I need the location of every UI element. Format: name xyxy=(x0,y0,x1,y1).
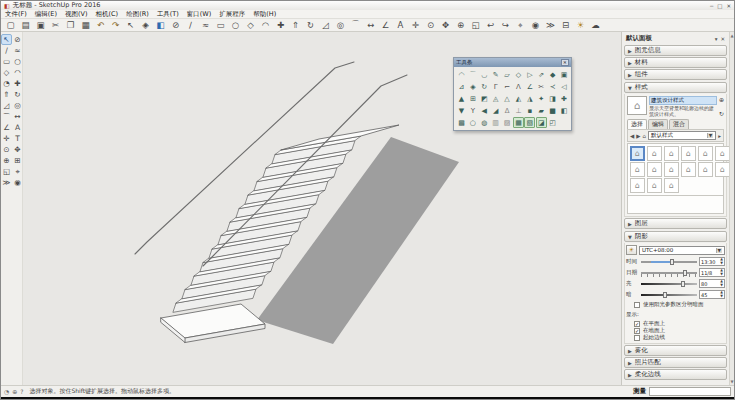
toolbar-icon[interactable]: ❐ xyxy=(63,19,78,31)
plugin-tool-icon[interactable]: Λ xyxy=(513,81,524,92)
tray-panel-bar-styles[interactable]: ▼ 样式 xyxy=(624,82,727,93)
close-icon[interactable]: ✕ xyxy=(561,59,569,66)
window-control-button[interactable]: □ xyxy=(717,3,722,9)
window-control-button[interactable]: ✕ xyxy=(726,3,731,9)
tool-icon[interactable]: ⌖ xyxy=(12,166,23,177)
tool-icon[interactable]: ◇ xyxy=(1,67,12,78)
tray-panel-bar[interactable]: ▶ 图层 xyxy=(624,218,727,229)
toolbar-icon[interactable]: ⇑ xyxy=(288,19,303,31)
plugin-panel-titlebar[interactable]: 工具条 ✕ xyxy=(454,58,571,67)
style-thumbnail[interactable]: ⌂ xyxy=(698,162,713,177)
details-arrow-icon[interactable]: ▸ xyxy=(718,133,721,139)
plugin-tool-icon[interactable]: ≺ xyxy=(547,81,558,92)
tool-icon[interactable]: ⊘ xyxy=(12,34,23,45)
tool-icon[interactable]: ✥ xyxy=(12,144,23,155)
style-thumbnail[interactable]: ⌂ xyxy=(647,178,662,193)
plugin-tool-icon[interactable]: ◬ xyxy=(490,93,501,104)
plugin-tool-icon[interactable]: ⌒ xyxy=(467,69,478,80)
tool-icon[interactable]: ✚ xyxy=(12,78,23,89)
tool-icon[interactable]: A xyxy=(12,122,23,133)
toolbar-icon[interactable]: ▢ xyxy=(3,19,18,31)
dark-slider[interactable] xyxy=(641,291,697,298)
toolbar-icon[interactable]: ☀ xyxy=(573,19,588,31)
plugin-tool-icon[interactable]: ◁ xyxy=(559,81,570,92)
plugin-tool-icon[interactable]: △ xyxy=(502,93,513,104)
tool-icon[interactable]: ✛ xyxy=(1,133,12,144)
styles-collection-dropdown[interactable]: 默认样式 ▼ xyxy=(648,131,716,140)
toolbar-icon[interactable]: ∕ xyxy=(183,19,198,31)
toolbar-icon[interactable]: ☁ xyxy=(588,19,603,31)
pin-icon[interactable]: ▾ xyxy=(715,36,718,42)
toolbar-icon[interactable]: ◿ xyxy=(318,19,333,31)
plugin-tool-icon[interactable]: ⊥ xyxy=(513,105,524,116)
plugin-tool-icon[interactable]: ◠ xyxy=(456,69,467,80)
plugin-tool-icon[interactable]: ✚ xyxy=(559,93,570,104)
toolbar-icon[interactable]: ⌖ xyxy=(513,19,528,31)
plugin-tool-icon[interactable]: ∆ xyxy=(502,105,513,116)
toolbar-icon[interactable]: ↔ xyxy=(363,19,378,31)
toolbar-icon[interactable]: ◧ xyxy=(153,19,168,31)
toolbar-icon[interactable]: ⊘ xyxy=(168,19,183,31)
light-value-box[interactable]: 80▲▼ xyxy=(699,279,725,288)
plugin-tool-icon[interactable]: ◩ xyxy=(479,93,490,104)
plugin-tool-icon[interactable]: Y xyxy=(467,105,478,116)
plugin-tool-icon[interactable]: ▼ xyxy=(456,105,467,116)
tool-icon[interactable]: T xyxy=(12,133,23,144)
scroll-down-icon[interactable]: ▼ xyxy=(730,379,733,384)
tool-icon[interactable]: ○ xyxy=(12,56,23,67)
tool-icon[interactable]: ◱ xyxy=(1,166,12,177)
plugin-tool-icon[interactable]: ○ xyxy=(467,117,478,128)
tool-icon[interactable]: ≈ xyxy=(12,45,23,56)
toolbar-icon[interactable]: ✥ xyxy=(438,19,453,31)
tool-icon[interactable]: ◔ xyxy=(1,78,12,89)
plugin-tool-icon[interactable]: ◭ xyxy=(513,93,524,104)
status-icon[interactable]: ? xyxy=(20,388,23,395)
tray-panel-bar[interactable]: ▶ 雾化 xyxy=(624,345,727,356)
menu-item[interactable]: 视图(V) xyxy=(61,10,92,19)
tool-icon[interactable]: ⇑ xyxy=(1,89,12,100)
plugin-tool-icon[interactable]: ◧ xyxy=(559,105,570,116)
plugin-tool-icon[interactable]: ✎ xyxy=(490,69,501,80)
tool-icon[interactable]: ≫ xyxy=(1,177,12,188)
toolbar-icon[interactable]: ◱ xyxy=(468,19,483,31)
date-slider[interactable] xyxy=(641,269,697,276)
scroll-up-icon[interactable]: ▲ xyxy=(730,33,733,38)
toolbar-icon[interactable]: ◈ xyxy=(138,19,153,31)
toolbar-icon[interactable]: ✚ xyxy=(273,19,288,31)
plugin-tool-icon[interactable]: ◢ xyxy=(490,105,501,116)
time-slider[interactable] xyxy=(641,258,697,265)
style-thumbnail[interactable]: ⌂ xyxy=(664,178,679,193)
toolbar-icon[interactable]: ◉ xyxy=(528,19,543,31)
menu-item[interactable]: 帮助(H) xyxy=(249,10,280,19)
style-thumbnail[interactable]: ⌂ xyxy=(715,162,730,177)
plugin-tool-icon[interactable]: ▪ xyxy=(524,105,535,116)
toolbar-icon[interactable]: ∠ xyxy=(378,19,393,31)
checkbox-icon[interactable] xyxy=(634,335,640,341)
forward-icon[interactable]: ▶ xyxy=(636,133,640,139)
plugin-tool-icon[interactable]: ■ xyxy=(547,105,558,116)
plugin-tool-icon[interactable]: ◆ xyxy=(547,69,558,80)
tray-panel-bar[interactable]: ▶ 组件 xyxy=(624,69,727,80)
toolbar-icon[interactable]: ◇ xyxy=(243,19,258,31)
style-action-icon[interactable]: ⊕ xyxy=(719,96,724,103)
tool-icon[interactable]: ⊙ xyxy=(1,144,12,155)
style-thumbnail[interactable]: ⌂ xyxy=(647,146,662,161)
display-checkbox-row[interactable]: 起始边线 xyxy=(626,334,725,341)
toolbar-icon[interactable]: ↻ xyxy=(303,19,318,31)
tool-icon[interactable]: ⊞ xyxy=(12,155,23,166)
plugin-tool-icon[interactable]: Γ xyxy=(490,81,501,92)
model-viewport[interactable]: 工具条 ✕ ◠⌒◡✎▱◇▷⇗◆▣⊿◈↻Γ⌐Λ∠✂≺◁▲⊞◩◬△◭◮✦◨✚▼Y◀◢… xyxy=(23,32,621,385)
plugin-tool-icon[interactable]: ◰ xyxy=(547,117,558,128)
tray-panel-bar[interactable]: ▶ 材料 xyxy=(624,57,727,68)
toolbar-icon[interactable]: ≈ xyxy=(198,19,213,31)
tool-icon[interactable]: ∕ xyxy=(1,45,12,56)
tool-icon[interactable]: ◠ xyxy=(12,67,23,78)
plugin-tool-icon[interactable]: ▱ xyxy=(502,69,513,80)
toolbar-icon[interactable]: ⌒ xyxy=(348,19,363,31)
date-value-box[interactable]: 11/8▲▼ xyxy=(699,268,725,277)
menu-item[interactable]: 编辑(E) xyxy=(31,10,61,19)
tray-panel-bar[interactable]: ▶ 柔化边线 xyxy=(624,369,727,380)
plugin-tool-icon[interactable]: ⇗ xyxy=(536,69,547,80)
tray-panel-bar-shadows[interactable]: ▼ 阴影 xyxy=(624,231,727,242)
plugin-tool-icon[interactable]: ◪ xyxy=(536,117,547,128)
